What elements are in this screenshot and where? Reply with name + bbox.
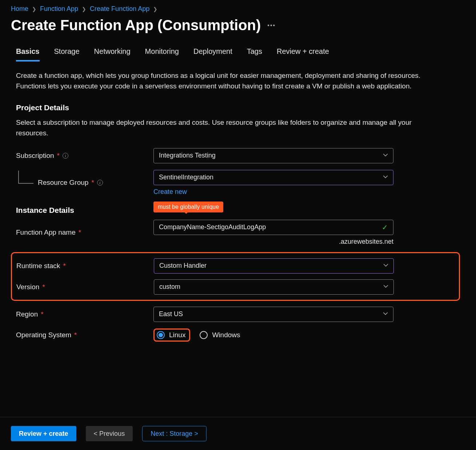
runtime-stack-value: Custom Handler <box>159 262 207 270</box>
runtime-stack-label: Runtime stack <box>16 262 60 270</box>
chevron-down-icon <box>383 174 388 181</box>
chevron-down-icon <box>383 262 388 270</box>
required-asterisk: * <box>42 283 45 291</box>
function-app-name-value: CompanyName-SectigoAuditLogApp <box>159 223 266 231</box>
breadcrumb-home[interactable]: Home <box>11 5 28 13</box>
chevron-right-icon: ❯ <box>82 6 86 12</box>
tab-monitoring[interactable]: Monitoring <box>145 44 179 61</box>
region-select[interactable]: East US <box>153 307 393 322</box>
subscription-value: Integrations Testing <box>159 152 216 159</box>
chevron-down-icon <box>383 152 388 159</box>
region-label: Region <box>16 310 38 318</box>
chevron-right-icon: ❯ <box>32 6 36 12</box>
project-details-heading: Project Details <box>16 103 460 112</box>
info-icon[interactable]: i <box>63 153 68 159</box>
project-details-desc: Select a subscription to manage deployed… <box>16 117 423 139</box>
breadcrumb-create-function-app[interactable]: Create Function App <box>90 5 149 13</box>
chevron-right-icon: ❯ <box>153 6 157 12</box>
function-app-name-label: Function App name <box>16 228 76 236</box>
previous-button[interactable]: < Previous <box>86 426 133 441</box>
region-value: East US <box>159 310 183 318</box>
review-create-button[interactable]: Review + create <box>11 426 76 441</box>
required-asterisk: * <box>63 262 65 270</box>
instance-details-heading: Instance Details <box>16 206 460 215</box>
os-linux-label: Linux <box>169 331 185 339</box>
highlight-runtime-section: Runtime stack * Custom Handler Version *… <box>11 252 460 301</box>
chevron-down-icon <box>383 310 388 318</box>
required-asterisk: * <box>91 179 94 187</box>
tab-deployment[interactable]: Deployment <box>193 44 232 61</box>
page-title: Create Function App (Consumption) <box>11 17 261 33</box>
tab-storage[interactable]: Storage <box>54 44 80 61</box>
resource-group-label: Resource Group <box>38 179 88 187</box>
more-actions-button[interactable]: ••• <box>267 22 276 29</box>
callout-unique: must be globally unique <box>153 202 223 212</box>
intro-text: Create a function app, which lets you gr… <box>16 70 423 92</box>
required-asterisk: * <box>79 228 81 236</box>
subscription-select[interactable]: Integrations Testing <box>153 148 393 163</box>
os-windows-label: Windows <box>212 331 240 339</box>
os-radio-linux[interactable]: Linux <box>153 328 190 342</box>
wizard-tabs: Basics Storage Networking Monitoring Dep… <box>0 44 476 61</box>
required-asterisk: * <box>74 331 77 339</box>
runtime-stack-select[interactable]: Custom Handler <box>154 258 394 274</box>
tab-review-create[interactable]: Review + create <box>277 44 329 61</box>
version-label: Version <box>16 283 39 291</box>
version-select[interactable]: custom <box>154 279 394 295</box>
next-storage-button[interactable]: Next : Storage > <box>142 426 207 441</box>
breadcrumb: Home ❯ Function App ❯ Create Function Ap… <box>0 0 476 15</box>
check-icon: ✓ <box>382 223 388 232</box>
tab-networking[interactable]: Networking <box>94 44 131 61</box>
radio-icon-unselected <box>200 331 208 339</box>
version-value: custom <box>159 283 180 291</box>
os-radio-windows[interactable]: Windows <box>200 331 240 339</box>
required-asterisk: * <box>57 152 60 160</box>
domain-suffix: .azurewebsites.net <box>153 238 393 246</box>
required-asterisk: * <box>41 310 43 318</box>
tab-tags[interactable]: Tags <box>247 44 262 61</box>
tab-basics[interactable]: Basics <box>16 44 40 61</box>
resource-group-select[interactable]: SentinelIntegration <box>153 170 393 185</box>
resource-group-value: SentinelIntegration <box>159 174 213 181</box>
os-label: Operating System <box>16 331 71 339</box>
radio-icon-selected <box>157 331 165 339</box>
info-icon[interactable]: i <box>97 180 103 186</box>
chevron-down-icon <box>383 283 388 291</box>
breadcrumb-function-app[interactable]: Function App <box>40 5 78 13</box>
function-app-name-input[interactable]: CompanyName-SectigoAuditLogApp ✓ <box>153 220 393 235</box>
tree-connector <box>18 171 33 184</box>
create-new-link[interactable]: Create new <box>153 188 187 195</box>
wizard-footer: Review + create < Previous Next : Storag… <box>0 417 476 450</box>
subscription-label: Subscription <box>16 152 54 160</box>
